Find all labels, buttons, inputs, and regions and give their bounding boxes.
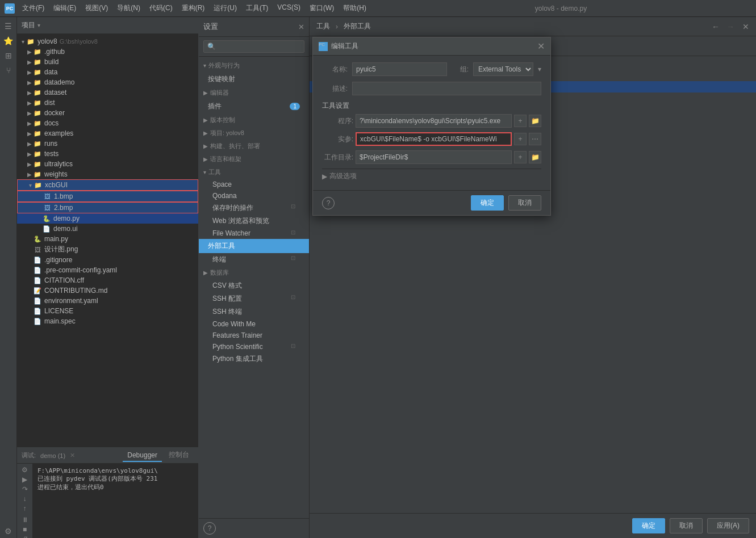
list-item[interactable]: ▶ 📁 examples bbox=[17, 128, 198, 138]
debug-print-icon[interactable]: 🖨 bbox=[19, 535, 31, 538]
menu-help[interactable]: 帮助(H) bbox=[339, 2, 370, 15]
workdir-add-button[interactable]: + bbox=[514, 151, 527, 163]
menu-window[interactable]: 窗口(W) bbox=[306, 2, 338, 15]
advanced-options-row[interactable]: ▶ 高级选项 bbox=[322, 169, 541, 183]
list-item[interactable]: 🖼 1.bmp bbox=[17, 191, 198, 202]
tab-debugger[interactable]: Debugger bbox=[123, 449, 162, 462]
nav-forward-icon[interactable]: → bbox=[726, 22, 734, 31]
settings-cancel-button[interactable]: 取消 bbox=[670, 518, 703, 533]
list-item[interactable]: 📄 .gitignore bbox=[17, 255, 198, 265]
program-input[interactable] bbox=[356, 114, 512, 128]
menu-refactor[interactable]: 重构(R) bbox=[178, 2, 209, 15]
menu-code[interactable]: 代码(C) bbox=[145, 2, 177, 15]
workdir-browse-button[interactable]: 📁 bbox=[529, 151, 541, 163]
settings-sub-terminal[interactable]: 终端 ⊡ bbox=[199, 253, 309, 266]
list-item[interactable]: 📄 .pre-commit-config.yaml bbox=[17, 265, 198, 275]
list-item[interactable]: ▶ 📁 docs bbox=[17, 118, 198, 128]
settings-search-input[interactable] bbox=[203, 40, 304, 53]
list-item[interactable]: 📄 CITATION.cff bbox=[17, 275, 198, 285]
settings-group-appearance[interactable]: ▾ 外观与行为 bbox=[199, 59, 309, 72]
menu-navigate[interactable]: 导航(N) bbox=[113, 2, 144, 15]
list-item[interactable]: ▶ 📁 tests bbox=[17, 149, 198, 159]
list-item[interactable]: 🖼 2.bmp bbox=[17, 202, 198, 213]
debug-step-over-icon[interactable]: ↷ bbox=[19, 485, 31, 493]
menu-edit[interactable]: 编辑(E) bbox=[49, 2, 80, 15]
menu-view[interactable]: 视图(V) bbox=[81, 2, 112, 15]
settings-ok-button[interactable]: 确定 bbox=[632, 518, 665, 533]
program-add-button[interactable]: + bbox=[514, 115, 527, 127]
debug-pause-icon[interactable]: ⏸ bbox=[19, 516, 31, 524]
list-item[interactable]: ▶ 📁 .github bbox=[17, 47, 198, 57]
settings-item-keymap[interactable]: 按键映射 bbox=[199, 72, 309, 86]
list-item[interactable]: ▶ 📁 dist bbox=[17, 98, 198, 108]
settings-close-icon[interactable]: ✕ bbox=[298, 23, 304, 31]
settings-sub-csv[interactable]: CSV 格式 bbox=[199, 279, 309, 292]
list-item[interactable]: ▶ 📁 runs bbox=[17, 138, 198, 149]
sidebar-icon-bookmark[interactable]: ⭐ bbox=[2, 34, 15, 48]
args-macro-button[interactable]: + bbox=[514, 133, 527, 145]
settings-sub-python-scientific[interactable]: Python Scientific ⊡ bbox=[199, 341, 309, 352]
sidebar-icon-settings[interactable]: ⚙ bbox=[2, 524, 15, 538]
nav-back-icon[interactable]: ← bbox=[712, 22, 720, 31]
list-item[interactable]: ▶ 📁 ultralytics bbox=[17, 159, 198, 169]
settings-help-button[interactable]: ? bbox=[203, 522, 216, 535]
list-item[interactable]: ▶ 📁 data bbox=[17, 67, 198, 77]
tree-demo-py[interactable]: 🐍 demo.py bbox=[17, 213, 198, 224]
settings-sub-space[interactable]: Space bbox=[199, 179, 309, 190]
dialog-help-button[interactable]: ? bbox=[322, 197, 335, 209]
settings-sub-codewithme[interactable]: Code With Me bbox=[199, 318, 309, 330]
dialog-cancel-button[interactable]: 取消 bbox=[508, 195, 541, 211]
list-item[interactable]: ▶ 📁 datademo bbox=[17, 77, 198, 87]
menu-file[interactable]: 文件(F) bbox=[18, 2, 48, 15]
list-item[interactable]: 📄 environment.yaml bbox=[17, 296, 198, 306]
settings-group-build[interactable]: ▶ 构建、执行、部署 bbox=[199, 140, 309, 153]
group-dropdown-icon[interactable]: ▾ bbox=[538, 65, 541, 73]
list-item[interactable]: 🖼 设计图.png bbox=[17, 244, 198, 255]
desc-input[interactable] bbox=[352, 82, 541, 95]
sidebar-icon-project[interactable]: ☰ bbox=[2, 19, 15, 33]
close-settings-icon[interactable]: ✕ bbox=[742, 22, 749, 31]
list-item[interactable]: 🐍 main.py bbox=[17, 234, 198, 244]
sidebar-icon-git[interactable]: ⑂ bbox=[2, 64, 15, 77]
tree-xcbgui-folder[interactable]: ▾ 📁 xcbGUI bbox=[17, 179, 198, 191]
settings-group-lang[interactable]: ▶ 语言和框架 bbox=[199, 153, 309, 166]
program-browse-button[interactable]: 📁 bbox=[529, 115, 541, 127]
settings-group-editor[interactable]: ▶ 编辑器 bbox=[199, 86, 309, 99]
debug-settings-icon[interactable]: ⚙ bbox=[19, 466, 31, 474]
debug-step-out-icon[interactable]: ↑ bbox=[19, 505, 31, 512]
list-item[interactable]: ▶ 📁 build bbox=[17, 57, 198, 67]
menu-vcs[interactable]: VCS(S) bbox=[273, 2, 304, 15]
settings-sub-features-trainer[interactable]: Features Trainer bbox=[199, 330, 309, 341]
menu-run[interactable]: 运行(U) bbox=[210, 2, 241, 15]
workdir-input[interactable] bbox=[356, 150, 512, 164]
settings-group-vcs[interactable]: ▶ 版本控制 bbox=[199, 114, 309, 127]
settings-sub-save[interactable]: 保存时的操作 ⊡ bbox=[199, 201, 309, 215]
settings-sub-filewatcher[interactable]: File Watcher ⊡ bbox=[199, 228, 309, 239]
tab-console[interactable]: 控制台 bbox=[164, 448, 194, 463]
list-item[interactable]: ▶ 📁 dataset bbox=[17, 87, 198, 98]
settings-apply-button[interactable]: 应用(A) bbox=[707, 518, 749, 533]
project-dropdown-icon[interactable]: ▾ bbox=[37, 22, 40, 28]
list-item[interactable]: 📄 LICENSE bbox=[17, 306, 198, 316]
settings-sub-qodana[interactable]: Qodana bbox=[199, 190, 309, 201]
list-item[interactable]: 📝 CONTRIBUTING.md bbox=[17, 285, 198, 296]
args-browse-button[interactable]: ⋯ bbox=[529, 133, 541, 145]
settings-sub-ssh-config[interactable]: SSH 配置 ⊡ bbox=[199, 292, 309, 305]
sidebar-icon-structure[interactable]: ⊞ bbox=[2, 49, 15, 62]
settings-group-project[interactable]: ▶ 项目: yolov8 bbox=[199, 127, 309, 140]
debug-close-icon[interactable]: ✕ bbox=[70, 452, 75, 459]
name-input[interactable] bbox=[352, 62, 447, 76]
dialog-ok-button[interactable]: 确定 bbox=[471, 195, 504, 211]
settings-group-database[interactable]: ▶ 数据库 bbox=[199, 266, 309, 279]
settings-sub-python-integration[interactable]: Python 集成工具 bbox=[199, 352, 309, 365]
settings-sub-web[interactable]: Web 浏览器和预览 bbox=[199, 215, 309, 228]
debug-session[interactable]: demo (1) bbox=[40, 452, 65, 459]
list-item[interactable]: 📄 demo.ui bbox=[17, 224, 198, 234]
debug-play-icon[interactable]: ▶ bbox=[19, 476, 31, 484]
list-item[interactable]: ▶ 📁 weights bbox=[17, 169, 198, 179]
list-item[interactable]: 📄 main.spec bbox=[17, 316, 198, 326]
tree-root[interactable]: ▾ 📁 yolov8 G:\bsh\yolov8 bbox=[17, 36, 198, 47]
settings-item-plugins[interactable]: 插件 1 bbox=[199, 99, 309, 114]
args-input[interactable] bbox=[356, 132, 512, 146]
debug-step-into-icon[interactable]: ↓ bbox=[19, 495, 31, 503]
